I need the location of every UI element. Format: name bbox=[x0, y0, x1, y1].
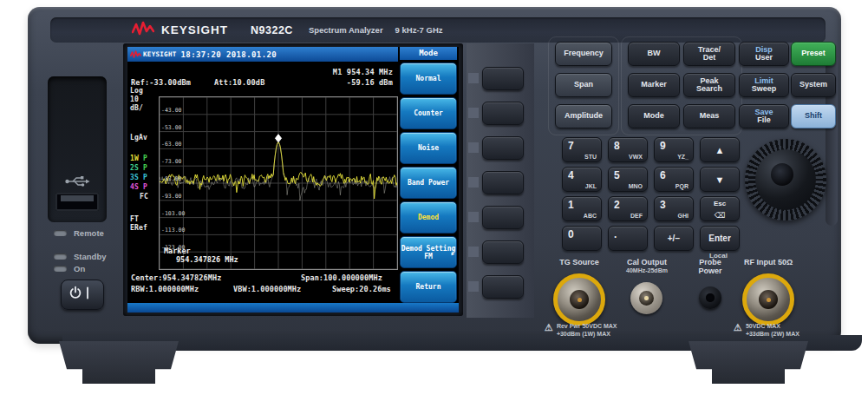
key-amplitude[interactable]: Amplitude bbox=[555, 104, 612, 128]
usb-port[interactable] bbox=[55, 193, 99, 211]
rf-input-connector bbox=[742, 273, 794, 326]
on-led-icon bbox=[54, 266, 67, 272]
center-freq-readout: Center:954.347826MHz bbox=[131, 273, 221, 282]
key-shift[interactable]: Shift bbox=[791, 104, 836, 128]
y-axis-label: -43.00 bbox=[161, 108, 181, 114]
hardware-softkey-2[interactable] bbox=[482, 102, 524, 125]
screen-brand: KEYSIGHT bbox=[143, 50, 177, 58]
tg-source-warning: ⚠ Rev Pwr 50VDC MAX +30dBm (1W) MAX bbox=[545, 323, 640, 338]
marker-diamond bbox=[276, 135, 282, 142]
hardware-softkey-7[interactable] bbox=[482, 275, 524, 299]
softkey-tab bbox=[468, 247, 479, 257]
key-marker[interactable]: Marker bbox=[628, 73, 680, 97]
cal-output-connector bbox=[630, 282, 662, 314]
key-2[interactable]: 2DEF bbox=[608, 196, 648, 221]
trace4-indicator: 4S P bbox=[130, 183, 147, 192]
backspace-icon: ⌫ bbox=[701, 211, 739, 220]
key-8[interactable]: 8VWX bbox=[608, 137, 648, 162]
instrument-photo: KEYSIGHT N9322C Spectrum Analyzer 9 kHz-… bbox=[0, 0, 868, 408]
hardware-softkey-5[interactable] bbox=[482, 206, 524, 229]
power-button[interactable] bbox=[61, 280, 104, 310]
softkey-menu: Mode Normal Counter Noise Band Power Dem… bbox=[400, 47, 457, 303]
keysight-logo-icon bbox=[132, 21, 154, 40]
y-axis-label: -123.00 bbox=[161, 245, 185, 251]
cal-output-label: Cal Output 40MHz-25dBm bbox=[614, 258, 680, 275]
trace3-indicator: 3S P bbox=[130, 174, 147, 182]
softkey-tab bbox=[468, 177, 479, 188]
knob-dimple bbox=[771, 163, 793, 186]
warning-icon: ⚠ bbox=[734, 324, 742, 332]
key-7[interactable]: 7STU bbox=[562, 137, 602, 162]
key-mode[interactable]: Mode bbox=[628, 104, 680, 128]
softkey-tab bbox=[468, 73, 479, 83]
key-5[interactable]: 5MNO bbox=[608, 167, 648, 192]
attenuation-readout: Att:10.00dB bbox=[214, 78, 265, 87]
ft-indicator: FT bbox=[130, 215, 139, 224]
softkey-counter[interactable]: Counter bbox=[400, 97, 457, 129]
hardware-softkey-6[interactable] bbox=[482, 240, 524, 264]
key-plus-minus[interactable]: +/− bbox=[654, 226, 694, 251]
y-axis-label: -73.00 bbox=[161, 159, 181, 165]
softkey-noise[interactable]: Noise bbox=[400, 132, 457, 164]
hardware-softkey-4[interactable] bbox=[482, 171, 524, 194]
key-save-file[interactable]: SaveFile bbox=[739, 104, 789, 128]
probe-power-connector bbox=[699, 286, 721, 309]
led-standby: Standby bbox=[54, 252, 106, 261]
softkey-tab bbox=[468, 142, 479, 153]
model-number: N9322C bbox=[251, 24, 293, 36]
key-system[interactable]: System bbox=[791, 73, 836, 97]
softkey-demod-setting[interactable]: Demod Setting FM ▶ bbox=[400, 236, 457, 268]
display-bezel: KEYSIGHT 18:37:20 2018.01.20 Ref:-33.00d… bbox=[123, 43, 463, 316]
hardware-softkey-3[interactable] bbox=[482, 136, 524, 160]
key-frequency[interactable]: Frequency bbox=[555, 42, 612, 66]
scale-indicator: Log 10 dB/ bbox=[130, 87, 143, 113]
usb-module bbox=[48, 76, 107, 222]
key-preset[interactable]: Preset bbox=[791, 42, 836, 66]
y-axis-label: -53.00 bbox=[161, 125, 181, 131]
up-arrow-icon: ▲ bbox=[701, 138, 739, 161]
key-dot[interactable]: . bbox=[608, 226, 648, 251]
led-on: On bbox=[54, 264, 85, 273]
y-axis-label: -103.00 bbox=[161, 211, 185, 217]
key-up-arrow[interactable]: ▲ bbox=[700, 137, 740, 162]
key-trace-det[interactable]: Trace/Det bbox=[683, 42, 735, 66]
rotary-knob[interactable] bbox=[745, 139, 826, 220]
key-9[interactable]: 9YZ_ bbox=[654, 137, 694, 162]
key-enter[interactable]: Enter bbox=[700, 226, 740, 251]
key-4[interactable]: 4JKL bbox=[562, 167, 602, 192]
key-limit-sweep[interactable]: LimitSweep bbox=[739, 73, 789, 97]
hardware-softkey-1[interactable] bbox=[482, 67, 524, 90]
key-span[interactable]: Span bbox=[555, 73, 612, 97]
key-disp-user[interactable]: DispUser bbox=[739, 42, 789, 66]
softkey-return[interactable]: Return bbox=[400, 271, 457, 303]
power-icon bbox=[69, 286, 95, 304]
remote-led-icon bbox=[54, 230, 67, 236]
key-esc[interactable]: Esc⌫ bbox=[700, 196, 740, 221]
marker-frequency-readout: M1 954.34 MHz bbox=[333, 68, 393, 76]
key-meas[interactable]: Meas bbox=[683, 104, 735, 128]
key-peak-search[interactable]: PeakSearch bbox=[683, 73, 735, 97]
key-1[interactable]: 1ABC bbox=[562, 196, 602, 221]
softkey-demod[interactable]: Demod bbox=[400, 201, 457, 234]
eref-indicator: ERef bbox=[130, 224, 147, 233]
submenu-arrow-icon: ▶ bbox=[451, 249, 454, 257]
key-bw[interactable]: BW bbox=[628, 42, 680, 66]
softkey-tab bbox=[468, 281, 479, 292]
instrument-foot-right bbox=[683, 341, 813, 384]
softkey-band-power[interactable]: Band Power bbox=[400, 167, 457, 199]
frequency-range: 9 kHz-7 GHz bbox=[395, 25, 443, 35]
sweep-readout: Sweep:20.26ms bbox=[332, 285, 391, 293]
key-down-arrow[interactable]: ▼ bbox=[700, 167, 740, 192]
lcd-screen: KEYSIGHT 18:37:20 2018.01.20 Ref:-33.00d… bbox=[127, 47, 459, 313]
instrument-foot-left bbox=[54, 341, 184, 384]
y-axis-label: -83.00 bbox=[161, 176, 181, 182]
tg-source-connector bbox=[553, 273, 605, 326]
softkey-tab bbox=[468, 108, 479, 118]
fc-indicator: FC bbox=[140, 193, 148, 201]
key-0[interactable]: 0 bbox=[562, 226, 602, 251]
screen-bottom-glow bbox=[127, 303, 459, 313]
y-axis-label: -93.00 bbox=[161, 194, 181, 200]
key-6[interactable]: 6PQR bbox=[654, 167, 694, 192]
key-3[interactable]: 3GHI bbox=[654, 196, 694, 221]
softkey-normal[interactable]: Normal bbox=[400, 63, 457, 95]
